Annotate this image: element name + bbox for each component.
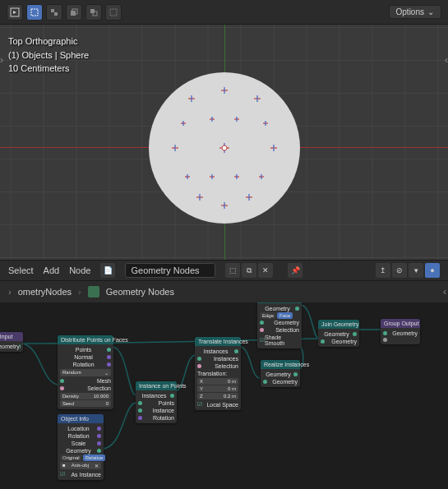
bc-separator: › <box>78 287 81 297</box>
snap-icon[interactable]: ⊘ <box>392 263 407 278</box>
svg-rect-4 <box>54 12 58 16</box>
node-group-input[interactable]: p Input Geometry <box>0 332 23 352</box>
select-tool-5[interactable] <box>105 4 122 21</box>
svg-rect-9 <box>110 9 117 16</box>
node-distribute-points[interactable]: Distribute Points on Faces Points Normal… <box>58 335 113 409</box>
cursor-tool[interactable] <box>7 4 23 21</box>
node-header: Translate Instances <box>195 337 241 346</box>
density-field[interactable]: Density10.000 <box>60 393 111 399</box>
menu-node[interactable]: Node <box>69 265 90 275</box>
node-header: Group Output <box>381 319 420 328</box>
node-realize-instances[interactable]: Realize Instances Geometry Geometry <box>261 360 300 387</box>
node-instance-on-points[interactable]: Instance on Points Instances Points Inst… <box>136 381 177 423</box>
node-join-geometry[interactable]: Join Geometry Geometry Geometry <box>318 320 359 347</box>
node-set-shade-smooth[interactable]: Set Shade Smooth Geometry EdgeFace Geome… <box>257 302 302 348</box>
btn-relative[interactable]: Relative <box>83 454 106 461</box>
breadcrumb: › ometryNodes › Geometry Nodes ‹ <box>0 281 448 302</box>
grid-scale: 10 Centimeters <box>8 62 89 76</box>
expand-left-icon[interactable]: › <box>0 54 3 66</box>
node-tree-icon[interactable]: 📄 <box>100 263 115 278</box>
node-header: Instance on Points <box>136 381 177 390</box>
svg-point-45 <box>222 145 227 150</box>
chevron-down-icon: ⌄ <box>427 7 434 16</box>
node-tree-icon <box>88 286 99 298</box>
seed-field[interactable]: Seed0 <box>60 400 111 407</box>
node-header: Distribute Points on Faces <box>58 335 113 344</box>
node-editor[interactable]: p Input Geometry Distribute Points on Fa… <box>0 302 448 489</box>
menu-select[interactable]: Select <box>8 265 34 275</box>
x-field[interactable]: X0 m <box>197 378 238 385</box>
star-icon[interactable]: 📌 <box>288 263 303 278</box>
expand-right-icon[interactable]: ‹ <box>445 54 448 66</box>
pin-icon[interactable]: ⬚ <box>225 263 240 278</box>
sphere-object <box>142 66 307 230</box>
svg-rect-3 <box>51 9 54 12</box>
node-group-output[interactable]: Group Output Geometry <box>381 319 420 344</box>
options-label: Options <box>396 7 424 16</box>
y-field[interactable]: Y0 m <box>197 385 238 392</box>
object-picker[interactable]: ■Axis-obj✕ <box>60 462 101 469</box>
node-header: p Input <box>0 332 23 341</box>
bc-root[interactable]: ometryNodes <box>18 287 72 297</box>
copy-icon[interactable]: ⧉ <box>242 263 256 278</box>
overlay-dropdown[interactable]: ▾ <box>409 263 423 278</box>
bc-current[interactable]: Geometry Nodes <box>106 287 174 297</box>
select-tool-4[interactable] <box>85 4 102 21</box>
parent-icon[interactable]: ↥ <box>376 263 390 278</box>
select-tool-2[interactable] <box>46 4 62 21</box>
svg-rect-2 <box>31 9 38 16</box>
options-dropdown[interactable]: Options ⌄ <box>389 5 441 19</box>
method-dropdown[interactable]: Random⌄ <box>60 369 111 376</box>
viewport-3d[interactable]: › ‹ Top Orthographic (1) Objects | Spher… <box>0 25 448 260</box>
btn-original[interactable]: Original <box>60 454 82 461</box>
node-translate-instances[interactable]: Translate Instances Instances Instances … <box>195 337 241 410</box>
btn-face[interactable]: Face <box>277 312 293 319</box>
select-tool-3[interactable] <box>66 4 82 21</box>
expand-panel-icon[interactable]: ‹ <box>443 286 446 298</box>
node-object-info[interactable]: Object Info Location Rotation Scale Geom… <box>58 414 104 480</box>
view-name: Top Orthographic <box>8 35 89 48</box>
shading-icon[interactable]: ● <box>425 263 440 278</box>
node-header: Join Geometry <box>318 320 359 329</box>
node-tree-name[interactable] <box>125 263 215 278</box>
svg-rect-6 <box>71 11 76 16</box>
chevron-right-icon[interactable]: › <box>8 287 12 297</box>
btn-edge[interactable]: Edge <box>260 312 276 319</box>
object-name: (1) Objects | Sphere <box>8 48 89 62</box>
svg-marker-1 <box>13 11 16 14</box>
menu-add[interactable]: Add <box>44 265 60 275</box>
viewport-info: Top Orthographic (1) Objects | Sphere 10… <box>8 35 89 76</box>
node-header: Object Info <box>58 414 104 423</box>
close-icon[interactable]: ✕ <box>258 263 273 278</box>
z-field[interactable]: Z0.2 m <box>197 393 238 399</box>
select-box-tool[interactable] <box>26 4 43 21</box>
node-header: Realize Instances <box>261 360 300 369</box>
